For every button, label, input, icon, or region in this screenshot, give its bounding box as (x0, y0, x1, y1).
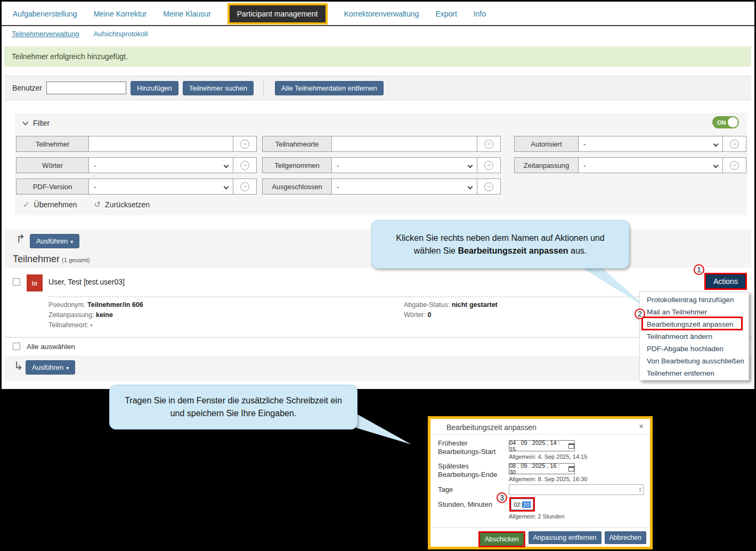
tab-aufgabenerstellung[interactable]: Aufgabenerstellung (13, 10, 77, 18)
subtab-aufsichtsprotokoll[interactable]: Aufsichtsprotokoll (93, 30, 148, 38)
ausfuehren-label: Ausführen (36, 237, 68, 245)
teilnehmer-suchen-button[interactable]: Teilnehmer suchen (183, 81, 254, 95)
abschicken-button[interactable]: Abschicken (480, 533, 524, 546)
spinner-icon[interactable]: ▴▾ (639, 487, 641, 492)
sub-navigation: Teilnehmerverwaltung Aufsichtsprotokoll (12, 30, 148, 38)
filter-pdf-version-remove-button[interactable]: − (233, 179, 256, 194)
zeitanpassung-label: Zeitanpassung: (48, 311, 94, 319)
start-datetime-input[interactable]: 04 . 09 . 2025 , 14 : 15 (509, 440, 575, 451)
filter-teilgenommen-select[interactable]: - (332, 158, 477, 173)
pseudonym-label: Pseudonym: (48, 301, 85, 309)
menu-item-mail-an-teilnehmer[interactable]: Mail an Teilnehmer (640, 306, 749, 318)
participant-name[interactable]: User, Test [test.user03] (48, 278, 125, 286)
minus-icon: − (730, 161, 739, 170)
tage-input[interactable]: ▴▾ (509, 484, 644, 495)
filter-panel: Filter ON Teilnehmer − Teilnahmeorte − A… (15, 113, 747, 215)
bearbeitungszeit-modal: Bearbeitungszeit anpassen × FrühesterBea… (428, 416, 653, 549)
filter-woerter: Wörter - − (16, 157, 257, 173)
filter-pdf-version-select[interactable]: - (89, 179, 233, 194)
zuruecksetzen-button[interactable]: ↺Zurücksetzen (94, 200, 150, 209)
participants-heading-text: Teilnehmer (13, 254, 60, 264)
zuruecksetzen-label: Zurücksetzen (105, 200, 150, 209)
filter-ausgeschlossen-remove-button[interactable]: − (477, 179, 500, 194)
filter-ausgeschlossen-select[interactable]: - (332, 179, 477, 194)
pseudonym-value: Teilnehmer/in 606 (87, 301, 143, 309)
filter-woerter-select[interactable]: - (89, 158, 233, 173)
chevron-down-icon (468, 163, 473, 168)
filter-title: Filter (33, 119, 50, 127)
modal-footer: Abschicken Anpassung entfernen Abbrechen (478, 531, 646, 547)
step-badge-2: 2 (635, 309, 645, 319)
tab-korrektorenverwaltung[interactable]: Korrektorenverwaltung (344, 10, 419, 18)
ausfuehren-top-button[interactable]: Ausführen▾ (30, 234, 79, 248)
callout1-line2-pre: wählen Sie (414, 246, 458, 255)
minus-icon: − (240, 182, 249, 191)
end-label: SpätestesBearbeitungs-Ende (438, 462, 497, 479)
tab-info[interactable]: Info (474, 10, 486, 18)
reset-icon: ↺ (94, 200, 101, 209)
filter-teilgenommen: Teilgenommen - − (262, 157, 501, 173)
menu-item-protokolleintrag[interactable]: Protokolleintrag hinzufügen (640, 294, 749, 306)
filter-teilnehmer-remove-button[interactable]: − (233, 136, 256, 151)
ausfuehren-bottom-button[interactable]: Ausführen▾ (26, 360, 75, 375)
chevron-down-icon (468, 184, 473, 189)
anpassung-entfernen-button[interactable]: Anpassung entfernen (529, 531, 601, 544)
close-icon[interactable]: × (639, 422, 644, 431)
uebernehmen-button[interactable]: ✓Übernehmen (23, 200, 77, 209)
apply-to-selection-down-icon: ↳ (14, 360, 23, 372)
menu-item-pdf-abgabe-hochladen[interactable]: PDF-Abgabe hochladen (640, 343, 749, 355)
tab-meine-klausur[interactable]: Meine Klausur (163, 10, 211, 18)
menu-item-bearbeitungszeit-anpassen[interactable]: Bearbeitungszeit anpassen (640, 318, 749, 330)
subtab-teilnehmerverwaltung[interactable]: Teilnehmerverwaltung (12, 30, 79, 38)
filter-teilnahmeorte-remove-button[interactable]: − (477, 136, 500, 151)
chevron-down-icon (713, 163, 719, 168)
participant-checkbox[interactable] (13, 278, 20, 286)
filter-autorisiert-remove-button[interactable]: − (722, 136, 746, 151)
start-datetime-value: 04 . 09 . 2025 , 14 : 15 (509, 440, 566, 452)
top-navigation: Aufgabenerstellung Meine Korrektur Meine… (13, 2, 486, 26)
stunden-minuten-input[interactable]: 02 : 20 (511, 499, 533, 510)
filter-woerter-remove-button[interactable]: − (233, 158, 256, 173)
filter-collapse-header[interactable]: Filter (24, 119, 50, 127)
benutzer-input[interactable] (46, 82, 126, 94)
filter-teilnahmeorte-label: Teilnahmeorte (263, 136, 332, 151)
filter-teilnahmeorte: Teilnahmeorte − (262, 136, 501, 152)
filter-autorisiert-select[interactable]: - (579, 136, 722, 151)
step-badge-1: 1 (694, 264, 704, 275)
menu-item-teilnehmer-entfernen[interactable]: Teilnehmer entfernen (640, 367, 749, 379)
participants-count: (1 gesamt) (62, 257, 90, 263)
tab-participant-management-active[interactable]: Participant management (227, 3, 328, 25)
benutzer-label: Benutzer (12, 84, 42, 92)
select-all-checkbox[interactable] (13, 343, 20, 350)
menu-item-von-bearbeitung-ausschliessen[interactable]: Von Bearbeitung ausschließen (640, 355, 749, 367)
woerter-value: 0 (427, 311, 431, 319)
filter-zeitanpassung-remove-button[interactable]: − (722, 158, 746, 173)
alle-teilnehmerdaten-entfernen-button[interactable]: Alle Teilnehmerdaten entfernen (275, 81, 384, 95)
tab-export[interactable]: Export (435, 10, 457, 18)
filter-teilnahmeorte-input[interactable] (332, 136, 477, 151)
filter-ausgeschlossen: Ausgeschlossen - − (262, 179, 501, 195)
filter-pdf-version: PDF-Version - − (16, 179, 257, 195)
filter-pdf-version-label: PDF-Version (17, 179, 89, 194)
end-datetime-input[interactable]: 08 . 09 . 2025 , 16 : 30 (509, 463, 575, 474)
hinzufuegen-button[interactable]: Hinzufügen (131, 81, 178, 95)
screenshot-canvas: Aufgabenerstellung Meine Korrektur Meine… (0, 0, 756, 551)
actions-button[interactable]: Actions (706, 274, 745, 288)
start-note: Allgemein: 4. Sep 2025, 14:15 (509, 453, 587, 460)
menu-item-teilnahmeort-aendern[interactable]: Teilnahmeort ändern (640, 330, 749, 343)
filter-on-toggle[interactable]: ON (712, 116, 739, 128)
filter-teilnehmer-input[interactable] (89, 136, 233, 151)
filter-teilgenommen-remove-button[interactable]: − (477, 158, 500, 173)
calendar-icon (568, 466, 574, 472)
filter-teilnehmer-label: Teilnehmer (17, 136, 89, 151)
tab-meine-korrektur[interactable]: Meine Korrektur (94, 10, 147, 18)
stunden-minuten-label: Stunden, Minuten (438, 500, 492, 509)
filter-zeitanpassung-select[interactable]: - (579, 158, 722, 173)
chevron-down-icon (224, 163, 229, 168)
callout2-line2: und speichern Sie Ihre Eingaben. (170, 409, 297, 418)
abbrechen-button[interactable]: Abbrechen (605, 531, 646, 544)
caret-down-icon: ▾ (70, 239, 73, 245)
participant-details-left: Pseudonym: Teilnehmer/in 606 Zeitanpassu… (48, 300, 143, 330)
success-message-text: Teilnehmer erfolgreich hinzugefügt. (12, 52, 128, 61)
hours-value: 02 (514, 501, 520, 508)
